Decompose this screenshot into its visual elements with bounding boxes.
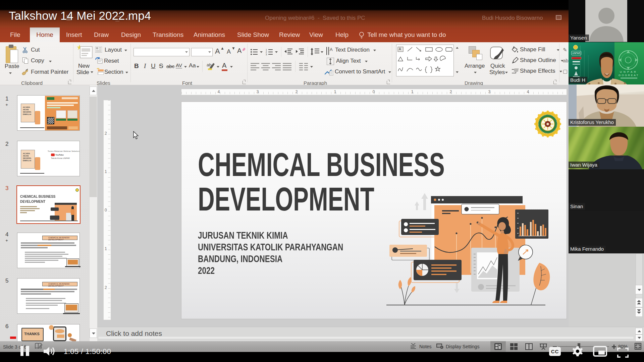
svg-text:A: A — [399, 47, 401, 51]
svg-text:3: 3 — [266, 53, 267, 55]
svg-text:1: 1 — [266, 49, 267, 51]
svg-text:2: 2 — [266, 51, 267, 53]
svg-text:A: A — [330, 47, 333, 52]
